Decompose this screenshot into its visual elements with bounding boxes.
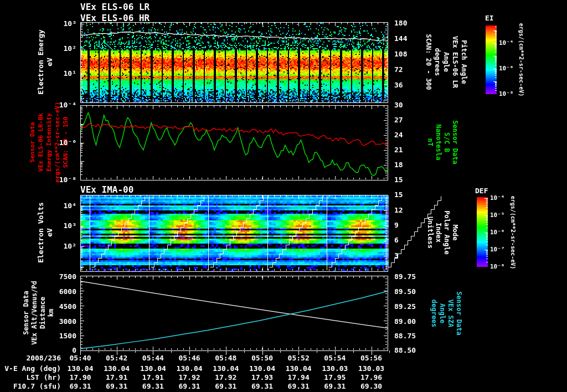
panel1-title-hr: VEx ELS-06 HR <box>80 13 150 23</box>
footer-value: 130.03 <box>317 365 353 373</box>
colorbar-def-title: DEF <box>475 187 488 195</box>
panel3-title-ima: VEx IMA-00 <box>80 184 133 195</box>
y-axis-right-tick-label: 30 <box>394 101 403 109</box>
colorbar-tick-label: 10⁻⁸ <box>490 264 505 270</box>
time-label: 05:50 <box>244 354 281 362</box>
footer-value: 69.31 <box>135 383 171 390</box>
footer-value: 130.04 <box>135 365 171 373</box>
y-axis-tick-label: 10² <box>39 243 76 250</box>
time-label: 05:44 <box>135 354 171 362</box>
time-label: 05:48 <box>208 354 244 362</box>
y-axis-right-tick-label: 24 <box>394 131 403 139</box>
y-axis-right-tick-label: 21 <box>394 146 403 154</box>
y-axis-right-tick-label: 88.50 <box>394 347 416 354</box>
y-axis-tick-label: 10⁻⁴ <box>39 101 76 109</box>
panel3-right-axis-label: Mode Polar Angle Index Unitless <box>426 210 459 254</box>
footer-value: 130.04 <box>280 365 317 373</box>
panel1-right-axis-label: Pitch Angle VEx ELS-06 LR Angle degrees … <box>424 34 468 90</box>
panel1-title-lr: VEx ELS-06 LR <box>80 2 150 12</box>
panel1-left-axis-label: Electron Energy eV <box>37 29 54 94</box>
footer-value: 17.90 <box>62 374 99 381</box>
footer-value: 17.92 <box>171 374 208 381</box>
plot-canvas <box>0 0 567 392</box>
y-axis-tick-label: 7500 <box>39 273 76 281</box>
y-axis-right-tick-label: 36 <box>394 81 403 89</box>
footer-value: 17.93 <box>244 374 281 381</box>
footer-value: 69.31 <box>171 383 208 390</box>
y-axis-right-tick-label: 15 <box>394 191 403 199</box>
spectrogram-display: VEx ELS-06 LR VEx ELS-06 HR VEx IMA-00 E… <box>0 0 567 392</box>
footer-value: 17.95 <box>317 374 353 381</box>
y-axis-right-tick-label: 89.50 <box>394 288 416 296</box>
y-axis-tick-label: 1500 <box>39 332 76 340</box>
footer-value: 130.04 <box>99 365 135 373</box>
footer-value: 69.31 <box>62 383 99 390</box>
colorbar-def-units-label: ergs/(cm**2-sr-sec-eV) <box>510 196 516 269</box>
footer-value: 17.96 <box>353 374 390 381</box>
footer-value: 130.03 <box>353 365 390 373</box>
y-axis-right-tick-label: 72 <box>394 66 403 74</box>
y-axis-right-tick-label: 144 <box>394 35 407 43</box>
y-axis-right-tick-label: 108 <box>394 50 407 58</box>
footer-row-label: F10.7 (sfu) <box>0 383 61 390</box>
y-axis-tick-label: 3000 <box>39 318 76 326</box>
y-axis-right-tick-label: 89.00 <box>394 318 416 326</box>
y-axis-tick-label: 10¹ <box>39 70 76 78</box>
time-label: 05:54 <box>317 354 353 362</box>
footer-row-label: V-E Ang (deg) <box>0 365 61 373</box>
y-axis-right-tick-label: 180 <box>394 19 407 27</box>
y-axis-tick-label: 0 <box>39 347 76 354</box>
y-axis-tick-label: 10⁴ <box>39 202 76 210</box>
time-label: 05:52 <box>280 354 317 362</box>
y-axis-tick-label: 10⁻⁶ <box>39 139 76 147</box>
y-axis-right-tick-label: 27 <box>394 116 403 124</box>
y-axis-right-tick-label: 6 <box>394 236 399 244</box>
y-axis-tick-label: 10⁻⁸ <box>39 176 76 184</box>
y-axis-right-tick-label: 9 <box>394 221 399 229</box>
footer-value: 69.31 <box>208 383 244 390</box>
colorbar-ei-title: EI <box>485 14 494 22</box>
y-axis-tick-label: 10² <box>39 45 76 53</box>
footer-value: 17.92 <box>208 374 244 381</box>
footer-value: 130.04 <box>171 365 208 373</box>
footer-value: 69.31 <box>244 383 281 390</box>
y-axis-tick-label: 10³ <box>39 222 76 230</box>
y-axis-right-tick-label: 89.25 <box>394 303 416 311</box>
panel2-right-axis-label: Sensor Data S/C B Nanotesla nT <box>426 120 459 164</box>
footer-value: 17.91 <box>99 374 135 381</box>
y-axis-tick-label: 6000 <box>39 288 76 296</box>
y-axis-tick-label: 4500 <box>39 303 76 311</box>
colorbar-tick-label: 10⁻⁶ <box>490 229 505 236</box>
colorbar-tick-label: 10⁻⁸ <box>499 91 514 97</box>
footer-value: 69.31 <box>280 383 317 390</box>
time-label: 05:56 <box>353 354 390 362</box>
footer-value: 130.04 <box>62 365 99 373</box>
footer-row-label: LST (hr) <box>0 374 61 381</box>
panel4-right-axis-label: Sensor Data VEx SZA Angle degrees <box>430 291 463 335</box>
y-axis-right-tick-label: 3 <box>394 252 399 260</box>
footer-value: 130.04 <box>244 365 281 373</box>
y-axis-right-tick-label: 18 <box>394 161 403 169</box>
colorbar-tick-label: 10⁻⁶ <box>499 65 514 72</box>
panel3-left-axis-label: Electron Volts eV <box>37 202 54 263</box>
y-axis-right-tick-label: 12 <box>394 207 403 214</box>
footer-date-label: 2008/236 <box>0 354 61 362</box>
footer-value: 130.04 <box>208 365 244 373</box>
time-label: 05:42 <box>99 354 135 362</box>
colorbar-tick-label: 10⁻⁷ <box>490 246 505 253</box>
footer-value: 69.31 <box>317 383 353 390</box>
y-axis-right-tick-label: 15 <box>394 176 403 184</box>
time-label: 05:40 <box>62 354 99 362</box>
footer-value: 17.91 <box>135 374 171 381</box>
colorbar-tick-label: 10⁻⁴ <box>490 195 505 202</box>
y-axis-right-tick-label: 89.75 <box>394 273 416 281</box>
footer-value: 69.30 <box>353 383 390 390</box>
footer-value: 17.94 <box>280 374 317 381</box>
colorbar-tick-label: 10⁻⁵ <box>490 212 505 219</box>
colorbar-tick-label: 10⁻⁴ <box>499 40 514 47</box>
time-label: 05:46 <box>171 354 208 362</box>
y-axis-tick-label: 10³ <box>39 20 76 28</box>
colorbar-ei-units-label: ergs/(cm**2-sr-sec-eV) <box>518 23 524 96</box>
y-axis-right-tick-label: 88.75 <box>394 332 416 340</box>
footer-value: 69.31 <box>99 383 135 390</box>
